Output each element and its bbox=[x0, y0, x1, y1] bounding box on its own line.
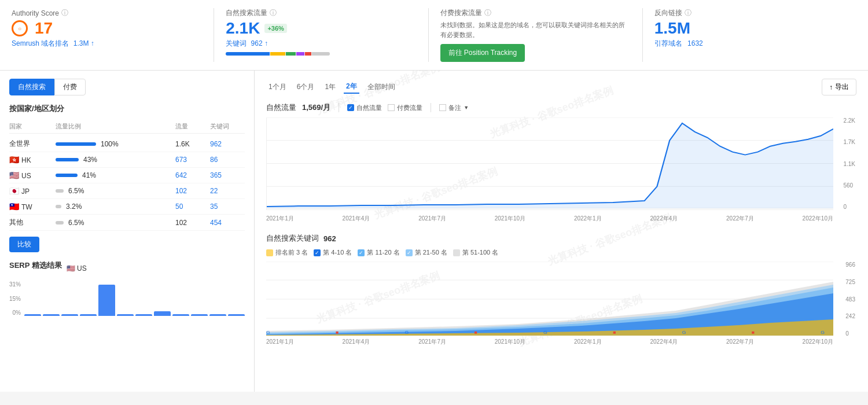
organic-keywords: 关键词 962 ↑ bbox=[226, 39, 416, 49]
time-1year[interactable]: 1年 bbox=[322, 80, 338, 94]
authority-sub: Semrush 域名排名 1.3M ↑ bbox=[12, 39, 202, 49]
legend-organic[interactable]: ✓ 自然流量 bbox=[347, 104, 382, 112]
keywords-y-labels: 966 725 483 242 0 bbox=[845, 262, 855, 337]
svg-text:G: G bbox=[821, 329, 825, 335]
info-icon[interactable]: ⓘ bbox=[61, 8, 68, 18]
organic-badge: +36% bbox=[264, 24, 286, 33]
organic-traffic-block: 自然搜索流量 ⓘ 2.1K +36% 关键词 962 ↑ bbox=[214, 8, 428, 62]
left-tabs: 自然搜索 付费 bbox=[9, 79, 245, 95]
time-6months[interactable]: 6个月 bbox=[295, 80, 317, 94]
time-buttons: 1个月 6个月 1年 2年 全部时间 bbox=[266, 80, 398, 94]
serp-bar-chart bbox=[24, 281, 245, 316]
table-row: 🇺🇸US 41% 642 365 bbox=[9, 168, 245, 183]
serp-chart: 31% 15% 0% bbox=[9, 281, 245, 316]
time-all[interactable]: 全部时间 bbox=[365, 80, 398, 94]
svg-text:G: G bbox=[543, 329, 547, 335]
svg-text:■: ■ bbox=[613, 329, 616, 335]
serp-y-labels: 31% 15% 0% bbox=[9, 281, 21, 316]
rank-check-4-10: ✓ bbox=[314, 249, 321, 256]
backlinks-block: 反向链接 ⓘ 1.5M 引荐域名 1632 bbox=[643, 8, 856, 62]
keywords-chart-wrapper: G ■ G ■ G ■ G ■ G 966 725 483 242 bbox=[266, 262, 833, 337]
keywords-chart-title: 自然搜索关键词 bbox=[266, 233, 319, 244]
authority-score-block: Authority Score ⓘ ○ 17 Semrush 域名排名 1.3M… bbox=[12, 8, 214, 62]
traffic-y-labels: 2.2K 1.7K 1.1K 560 0 bbox=[843, 117, 855, 210]
legend-box-paid bbox=[388, 104, 395, 111]
right-panel: 光算科技 · 谷歌seo排名案例 光算科技 · 谷歌seo排名案例 光算科技 ·… bbox=[255, 71, 868, 392]
top-metrics-bar: Authority Score ⓘ ○ 17 Semrush 域名排名 1.3M… bbox=[0, 0, 868, 71]
svg-text:G: G bbox=[405, 329, 409, 335]
export-icon: ↑ bbox=[829, 83, 833, 91]
rank-top3[interactable]: 排名前 3 名 bbox=[266, 248, 308, 257]
organic-label: 自然搜索流量 ⓘ bbox=[226, 8, 416, 18]
backlinks-label: 反向链接 ⓘ bbox=[654, 8, 845, 18]
main-layout: 自然搜索 付费 按国家/地区划分 国家 流量比例 流量 关键词 全世界 100%… bbox=[0, 71, 868, 392]
legend-divider2 bbox=[431, 103, 431, 112]
traffic-chart-value: 1,569/月 bbox=[302, 102, 330, 113]
authority-label: Authority Score ⓘ bbox=[12, 8, 202, 18]
rank-4-10[interactable]: ✓ 第 4-10 名 bbox=[314, 248, 352, 257]
legend-divider bbox=[339, 103, 339, 112]
country-table-header: 国家 流量比例 流量 关键词 bbox=[9, 120, 245, 134]
chevron-icon: ▼ bbox=[464, 105, 469, 111]
serp-section: SERP 精选结果 🇺🇸 US 31% 15% 0% bbox=[9, 260, 245, 316]
info-icon-organic[interactable]: ⓘ bbox=[270, 8, 277, 18]
legend-check-organic: ✓ bbox=[347, 104, 354, 111]
rank-check-11-20: ✓ bbox=[358, 249, 365, 256]
traffic-chart-section: 自然流量 1,569/月 ✓ 自然流量 付费流量 备注 ▼ bbox=[266, 102, 856, 227]
info-icon-backlinks[interactable]: ⓘ bbox=[685, 8, 692, 18]
legend-paid[interactable]: 付费流量 bbox=[388, 104, 422, 112]
backlinks-sub: 引荐域名 1632 bbox=[654, 39, 845, 49]
authority-circle-icon: ○ bbox=[12, 20, 28, 36]
serp-region: 🇺🇸 US bbox=[67, 264, 87, 273]
keywords-chart-svg: G ■ G ■ G ■ G ■ G bbox=[266, 262, 833, 337]
keywords-x-labels: 2021年1月 2021年4月 2021年7月 2021年10月 2022年1月… bbox=[266, 337, 856, 351]
rank-11-20[interactable]: ✓ 第 11-20 名 bbox=[358, 248, 399, 257]
organic-value: 2.1K bbox=[226, 20, 260, 36]
paid-no-data: 未找到数据。如果这是您的域名，您可以获取关键词排名相关的所有必要数据。 bbox=[440, 20, 631, 39]
rank-21-50[interactable]: ✓ 第 21-50 名 bbox=[406, 248, 447, 257]
paid-traffic-block: 付费搜索流量 ⓘ 未找到数据。如果这是您的域名，您可以获取关键词排名相关的所有必… bbox=[429, 8, 643, 62]
traffic-chart-wrapper: 2.2K 1.7K 1.1K 560 0 bbox=[266, 117, 833, 210]
compare-button[interactable]: 比较 bbox=[9, 237, 39, 252]
table-row: 🇹🇼TW 3.2% 50 35 bbox=[9, 199, 245, 215]
rank-check-21-50: ✓ bbox=[406, 249, 413, 256]
backlinks-value: 1.5M bbox=[654, 20, 690, 36]
rank-box-top3 bbox=[266, 249, 273, 256]
left-panel: 自然搜索 付费 按国家/地区划分 国家 流量比例 流量 关键词 全世界 100%… bbox=[0, 71, 255, 392]
legend-box-notes bbox=[439, 104, 446, 111]
export-button[interactable]: ↑ 导出 bbox=[822, 79, 856, 95]
legend-notes[interactable]: 备注 ▼ bbox=[439, 104, 469, 112]
traffic-chart-header: 自然流量 1,569/月 ✓ 自然流量 付费流量 备注 ▼ bbox=[266, 102, 856, 113]
svg-text:■: ■ bbox=[474, 329, 477, 335]
rank-legend: 排名前 3 名 ✓ 第 4-10 名 ✓ 第 11-20 名 ✓ 第 21-50… bbox=[266, 248, 856, 257]
rank-box-51-100 bbox=[453, 249, 460, 256]
table-row: 🇯🇵JP 6.5% 102 22 bbox=[9, 183, 245, 199]
keywords-chart-area: G ■ G ■ G ■ G ■ G bbox=[266, 262, 833, 337]
keywords-count: 962 bbox=[323, 234, 336, 243]
time-2years[interactable]: 2年 bbox=[344, 80, 359, 94]
rank-51-100[interactable]: 第 51-100 名 bbox=[453, 248, 498, 257]
keywords-chart-section: 自然搜索关键词 962 排名前 3 名 ✓ 第 4-10 名 ✓ 第 11-20… bbox=[266, 233, 856, 351]
svg-text:■: ■ bbox=[336, 329, 339, 335]
time-1month[interactable]: 1个月 bbox=[266, 80, 289, 94]
paid-label: 付费搜索流量 ⓘ bbox=[440, 8, 631, 18]
svg-marker-5 bbox=[267, 123, 833, 208]
keywords-chart-header: 自然搜索关键词 962 bbox=[266, 233, 856, 244]
info-icon-paid[interactable]: ⓘ bbox=[484, 8, 491, 18]
tab-organic[interactable]: 自然搜索 bbox=[9, 79, 54, 95]
traffic-x-labels: 2021年1月 2021年4月 2021年7月 2021年10月 2022年1月… bbox=[266, 213, 856, 227]
table-row: 其他 6.5% 102 454 bbox=[9, 215, 245, 231]
svg-text:G: G bbox=[682, 329, 686, 335]
traffic-chart-svg bbox=[267, 117, 833, 209]
traffic-chart-area bbox=[266, 117, 833, 210]
traffic-chart-title: 自然流量 bbox=[266, 102, 296, 113]
table-row: 🇭🇰HK 43% 673 86 bbox=[9, 152, 245, 168]
position-tracking-btn[interactable]: 前往 Position Tracking bbox=[440, 44, 525, 62]
serp-title: SERP 精选结果 bbox=[9, 260, 62, 271]
svg-text:G: G bbox=[266, 329, 270, 335]
table-row: 全世界 100% 1.6K 962 bbox=[9, 136, 245, 152]
svg-text:■: ■ bbox=[751, 329, 754, 335]
tab-paid[interactable]: 付费 bbox=[54, 79, 86, 95]
serp-header: SERP 精选结果 🇺🇸 US bbox=[9, 260, 245, 277]
time-filter-row: 1个月 6个月 1年 2年 全部时间 ↑ 导出 bbox=[266, 79, 856, 95]
